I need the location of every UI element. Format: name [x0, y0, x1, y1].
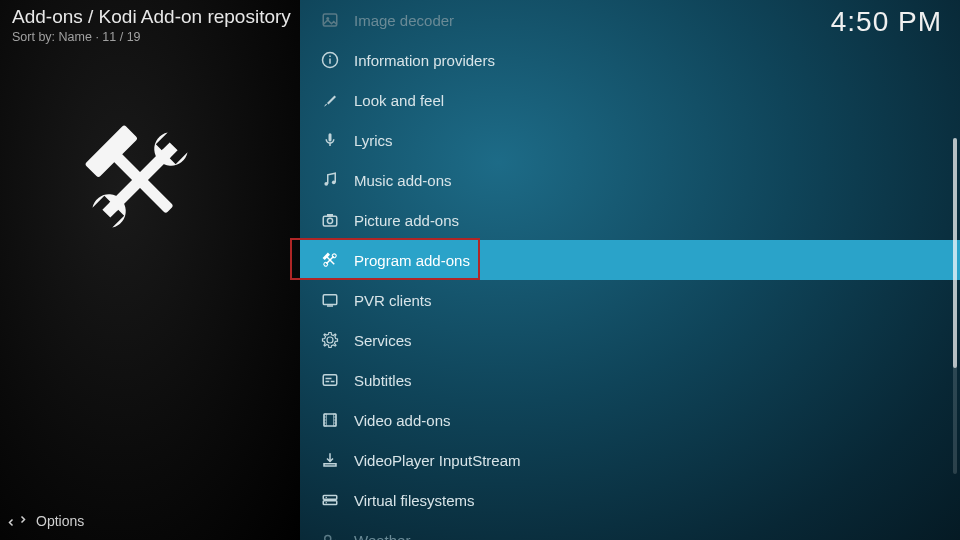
svg-rect-20 [323, 295, 337, 305]
film-icon [320, 410, 340, 430]
sort-label: Sort by: [12, 30, 55, 44]
list-item-label: Music add-ons [354, 172, 452, 189]
addon-category-list: Image decoder Information providers Look… [300, 0, 960, 540]
info-icon [320, 50, 340, 70]
scrollbar-thumb[interactable] [953, 138, 957, 368]
list-item-picture-addons[interactable]: Picture add-ons [300, 200, 960, 240]
list-position: 11 / 19 [102, 30, 140, 44]
list-item-label: Image decoder [354, 12, 454, 29]
list-item-label: Lyrics [354, 132, 393, 149]
list-item-videoplayer-inputstream[interactable]: VideoPlayer InputStream [300, 440, 960, 480]
list-item-look-and-feel[interactable]: Look and feel [300, 80, 960, 120]
list-item-label: Picture add-ons [354, 212, 459, 229]
weather-icon [320, 530, 340, 540]
options-button[interactable]: Options [8, 512, 84, 530]
svg-rect-3 [323, 14, 337, 26]
svg-rect-24 [331, 381, 335, 383]
list-item-lyrics[interactable]: Lyrics [300, 120, 960, 160]
list-item-label: Virtual filesystems [354, 492, 475, 509]
svg-point-39 [326, 502, 328, 504]
svg-rect-22 [323, 375, 337, 386]
svg-point-10 [324, 182, 328, 186]
svg-rect-6 [329, 59, 331, 64]
left-panel [0, 0, 300, 540]
tv-icon [320, 290, 340, 310]
sort-value: Name [59, 30, 92, 44]
svg-rect-25 [326, 378, 332, 380]
svg-rect-36 [323, 496, 337, 500]
list-item-label: Video add-ons [354, 412, 450, 429]
list-item-subtitles[interactable]: Subtitles [300, 360, 960, 400]
svg-point-13 [327, 218, 332, 223]
breadcrumb: Add-ons / Kodi Add-on repository [12, 6, 291, 28]
list-item-pvr-clients[interactable]: PVR clients [300, 280, 960, 320]
list-item-label: Weather [354, 532, 410, 541]
svg-point-40 [325, 536, 331, 541]
gear-icon [320, 330, 340, 350]
brush-icon [320, 90, 340, 110]
options-icon [8, 512, 26, 530]
svg-rect-37 [323, 501, 337, 505]
svg-point-11 [332, 180, 336, 184]
list-item-label: VideoPlayer InputStream [354, 452, 521, 469]
svg-rect-23 [326, 381, 330, 383]
list-item-video-addons[interactable]: Video add-ons [300, 400, 960, 440]
list-item-program-addons[interactable]: Program add-ons [300, 240, 960, 280]
scrollbar[interactable] [953, 138, 957, 474]
download-icon [320, 450, 340, 470]
list-item-services[interactable]: Services [300, 320, 960, 360]
list-item-label: Look and feel [354, 92, 444, 109]
camera-icon [320, 210, 340, 230]
svg-rect-7 [329, 56, 331, 58]
svg-rect-8 [329, 133, 332, 141]
image-icon [320, 10, 340, 30]
tools-small-icon [320, 250, 340, 270]
list-item-label: Subtitles [354, 372, 412, 389]
list-item-label: Program add-ons [354, 252, 470, 269]
options-label: Options [36, 513, 84, 529]
sort-line: Sort by: Name · 11 / 19 [12, 30, 141, 44]
list-item-label: Information providers [354, 52, 495, 69]
svg-rect-9 [329, 143, 331, 146]
list-item-virtual-filesystems[interactable]: Virtual filesystems [300, 480, 960, 520]
list-item-image-decoder[interactable]: Image decoder [300, 0, 960, 40]
list-item-label: Services [354, 332, 412, 349]
list-item-information-providers[interactable]: Information providers [300, 40, 960, 80]
svg-rect-14 [327, 214, 333, 216]
list-item-label: PVR clients [354, 292, 432, 309]
music-icon [320, 170, 340, 190]
svg-point-38 [326, 497, 328, 499]
list-item-music-addons[interactable]: Music add-ons [300, 160, 960, 200]
subtitles-icon [320, 370, 340, 390]
svg-rect-21 [327, 305, 333, 307]
hdd-icon [320, 490, 340, 510]
tools-icon [70, 110, 210, 250]
mic-icon [320, 130, 340, 150]
svg-rect-35 [324, 464, 336, 466]
list-item-weather[interactable]: Weather [300, 520, 960, 540]
